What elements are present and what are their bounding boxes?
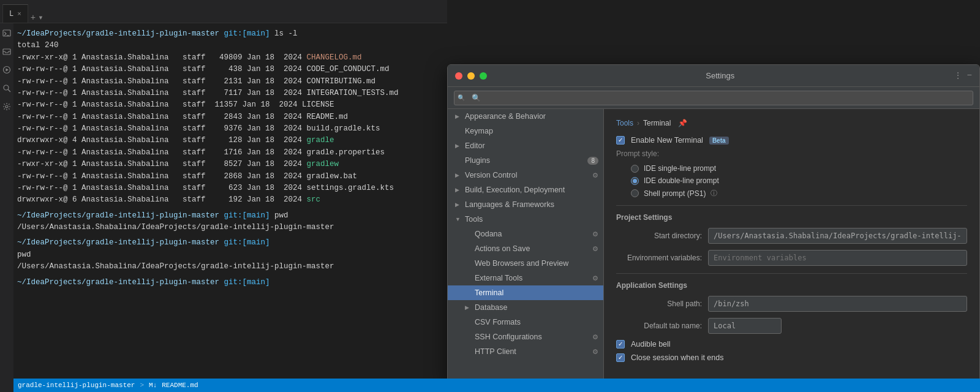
radio-shell-prompt-label: Shell prompt (PS1) [644, 189, 706, 198]
terminal-line-3: ~/IdeaProjects/gradle-intellij-plugin-ma… [17, 237, 440, 249]
svg-point-7 [6, 105, 8, 108]
nav-label-vcs: Version Control [465, 171, 517, 179]
close-session-checkbox[interactable] [616, 353, 625, 362]
nav-item-ssh[interactable]: ▶ SSH Configurations ⚙ [448, 330, 603, 344]
close-button[interactable] [455, 72, 462, 80]
file-line-3: -rw-rw-r--@ 1 Anastasia.Shabalina staff … [17, 76, 440, 88]
terminal-total: total 240 [17, 40, 440, 51]
nav-item-editor[interactable]: ▶ Editor [448, 138, 603, 153]
nav-item-terminal[interactable]: ▶ Terminal [448, 285, 603, 300]
enable-new-terminal-checkbox[interactable] [616, 136, 625, 145]
settings-dialog: Settings ⋮ − ▶ Appearance & Behavior ▶ K… [447, 64, 980, 383]
terminal-line-2: ~/IdeaProjects/gradle-intellij-plugin-ma… [17, 210, 440, 222]
nav-label-build: Build, Execution, Deployment [465, 186, 565, 194]
settings-search-bar [448, 87, 979, 109]
nav-item-languages[interactable]: ▶ Languages & Frameworks [448, 197, 603, 212]
ps1-help-icon[interactable]: ⓘ [710, 189, 717, 198]
default-tab-name-input[interactable] [708, 318, 782, 334]
tab-add-button[interactable]: + [31, 13, 36, 23]
svg-point-5 [4, 85, 9, 90]
nav-item-actions-on-save[interactable]: ▶ Actions on Save ⚙ [448, 241, 603, 256]
svg-marker-4 [6, 69, 9, 72]
nav-item-keymap[interactable]: ▶ Keymap [448, 124, 603, 138]
nav-label-qodana: Qodana [475, 230, 502, 238]
radio-double-line-button[interactable] [631, 177, 639, 185]
prompt-style-label: Prompt style: [616, 149, 967, 158]
nav-item-web-browsers[interactable]: ▶ Web Browsers and Preview [448, 256, 603, 271]
ssh-settings-icon: ⚙ [592, 333, 598, 341]
env-variables-input[interactable] [708, 250, 967, 266]
enable-new-terminal-label: Enable New Terminal [631, 136, 703, 145]
settings-panel: Tools › Terminal 📌 Enable New Terminal B… [604, 109, 979, 382]
minimize-button[interactable] [467, 72, 475, 80]
breadcrumb-tools[interactable]: Tools [616, 119, 633, 127]
qodana-settings-icon: ⚙ [592, 230, 598, 238]
tab-item-active[interactable]: L × [2, 4, 28, 23]
nav-label-keymap: Keymap [465, 127, 493, 135]
shell-path-row: Shell path: [616, 296, 967, 312]
chevron-ssh: ▶ [465, 334, 472, 340]
chevron-appearance: ▶ [455, 113, 462, 119]
nav-item-external-tools[interactable]: ▶ External Tools ⚙ [448, 271, 603, 285]
file-line-9: -rw-rw-r--@ 1 Anastasia.Shabalina staff … [17, 147, 440, 159]
default-tab-name-row: Default tab name: [616, 318, 967, 334]
radio-shell-prompt: Shell prompt (PS1) ⓘ [631, 189, 967, 198]
shell-path-input[interactable] [708, 296, 967, 312]
chevron-build: ▶ [455, 187, 462, 193]
radio-shell-prompt-button[interactable] [631, 189, 639, 197]
start-directory-input[interactable] [708, 228, 967, 244]
nav-item-build[interactable]: ▶ Build, Execution, Deployment [448, 183, 603, 197]
more-options-button[interactable]: ⋮ [954, 70, 962, 81]
tab-close-button[interactable]: × [17, 10, 21, 18]
breadcrumb-pin[interactable]: 📌 [678, 119, 687, 127]
nav-label-editor: Editor [465, 141, 485, 150]
tab-dropdown-button[interactable]: ▾ [38, 12, 43, 23]
radio-single-line-button[interactable] [631, 165, 639, 173]
run-icon[interactable] [2, 65, 12, 75]
beta-badge: Beta [709, 137, 729, 145]
svg-line-6 [8, 89, 10, 92]
start-directory-row: Start directory: [616, 228, 967, 244]
terminal-icon[interactable] [2, 28, 12, 38]
nav-item-database[interactable]: ▶ Database [448, 300, 603, 315]
terminal-line-4: ~/IdeaProjects/gradle-intellij-plugin-ma… [17, 277, 440, 288]
audible-bell-row: Audible bell [616, 340, 967, 349]
terminal-line-1: ~/IdeaProjects/gradle-intellij-plugin-ma… [17, 28, 440, 40]
chevron-languages: ▶ [455, 202, 462, 208]
nav-item-appearance[interactable]: ▶ Appearance & Behavior [448, 109, 603, 124]
settings-search-input[interactable] [454, 91, 973, 105]
chevron-terminal: ▶ [465, 290, 472, 296]
nav-item-http[interactable]: ▶ HTTP Client ⚙ [448, 344, 603, 359]
nav-item-vcs[interactable]: ▶ Version Control ⚙ [448, 168, 603, 183]
terminal-output-3: pwd [17, 249, 440, 261]
status-bar: ⎇ gradle-intellij-plugin-master > M↓ REA… [0, 379, 980, 392]
status-file[interactable]: README.md [162, 382, 198, 389]
file-line-6: -rw-rw-r--@ 1 Anastasia.Shabalina staff … [17, 111, 440, 123]
nav-item-tools[interactable]: ▼ Tools [448, 212, 603, 227]
nav-label-csv: CSV Formats [475, 318, 521, 326]
nav-label-external-tools: External Tools [475, 274, 522, 282]
chevron-database: ▶ [465, 304, 472, 311]
nav-item-plugins[interactable]: ▶ Plugins 8 [448, 153, 603, 168]
settings-icon[interactable] [2, 102, 12, 111]
inbox-icon[interactable] [2, 47, 12, 56]
left-sidebar [0, 23, 13, 392]
search-icon[interactable] [2, 83, 12, 93]
chevron-csv: ▶ [465, 319, 472, 325]
chevron-qodana: ▶ [465, 231, 472, 237]
env-variables-row: Environment variables: [616, 250, 967, 266]
file-line-7: -rw-rw-r--@ 1 Anastasia.Shabalina staff … [17, 123, 440, 135]
chevron-plugins: ▶ [455, 157, 462, 164]
nav-item-csv[interactable]: ▶ CSV Formats [448, 315, 603, 330]
file-line-12: -rw-rw-r--@ 1 Anastasia.Shabalina staff … [17, 183, 440, 194]
maximize-button[interactable] [480, 72, 487, 80]
plugins-badge: 8 [587, 157, 598, 165]
nav-label-database: Database [475, 303, 508, 312]
status-branch[interactable]: gradle-intellij-plugin-master [18, 382, 135, 389]
audible-bell-checkbox[interactable] [616, 340, 625, 349]
settings-title: Settings [492, 71, 949, 80]
tab-label: L [9, 10, 13, 18]
chevron-actions-on-save: ▶ [465, 246, 472, 252]
dialog-minimize-button[interactable]: − [967, 70, 972, 81]
nav-item-qodana[interactable]: ▶ Qodana ⚙ [448, 227, 603, 241]
